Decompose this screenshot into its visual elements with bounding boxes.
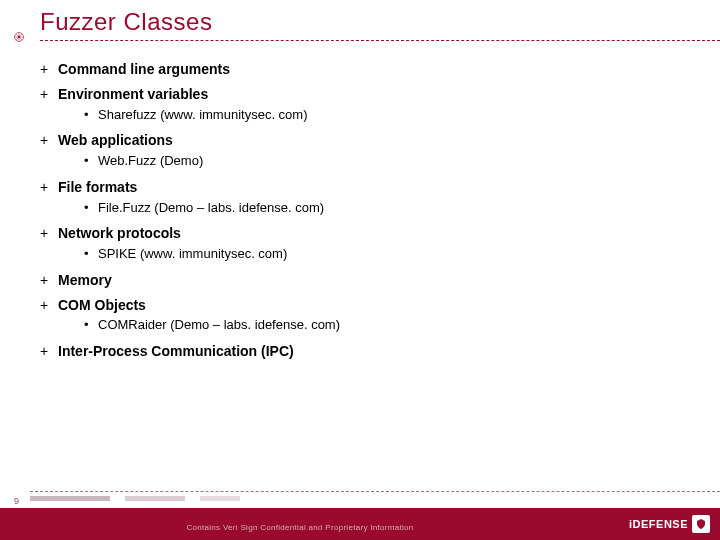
- slide: Fuzzer Classes +Command line arguments +…: [0, 0, 720, 540]
- list-item: +COM Objects •COMRaider (Demo – labs. id…: [40, 296, 700, 334]
- sub-label: File.Fuzz (Demo – labs. idefense. com): [98, 200, 324, 215]
- bullet-icon: •: [84, 199, 98, 217]
- sub-item: •Sharefuzz (www. immunitysec. com): [84, 106, 700, 124]
- item-label: File formats: [58, 179, 137, 195]
- item-label: Memory: [58, 272, 112, 288]
- content-list: +Command line arguments +Environment var…: [40, 60, 700, 367]
- footer-bar: Contains Veri Sign Confidential and Prop…: [0, 508, 720, 540]
- sub-label: COMRaider (Demo – labs. idefense. com): [98, 317, 340, 332]
- sub-label: SPIKE (www. immunitysec. com): [98, 246, 287, 261]
- list-item: +Command line arguments: [40, 60, 700, 79]
- sub-item: •Web.Fuzz (Demo): [84, 152, 700, 170]
- item-label: Environment variables: [58, 86, 208, 102]
- list-item: +File formats •File.Fuzz (Demo – labs. i…: [40, 178, 700, 216]
- list-item: +Environment variables •Sharefuzz (www. …: [40, 85, 700, 123]
- plus-icon: +: [40, 296, 58, 315]
- item-label: Web applications: [58, 132, 173, 148]
- list-item: +Memory: [40, 271, 700, 290]
- plus-icon: +: [40, 224, 58, 243]
- logo-text: iDEFENSE: [629, 518, 688, 530]
- list-item: +Web applications •Web.Fuzz (Demo): [40, 131, 700, 169]
- bullet-icon: •: [84, 316, 98, 334]
- footer-text: Contains Veri Sign Confidential and Prop…: [0, 523, 600, 532]
- list-item: +Inter-Process Communication (IPC): [40, 342, 700, 361]
- sub-label: Sharefuzz (www. immunitysec. com): [98, 107, 308, 122]
- bullet-icon: •: [84, 245, 98, 263]
- slide-title: Fuzzer Classes: [40, 8, 212, 36]
- sub-label: Web.Fuzz (Demo): [98, 153, 203, 168]
- bullet-icon: •: [84, 152, 98, 170]
- sub-item: •COMRaider (Demo – labs. idefense. com): [84, 316, 700, 334]
- plus-icon: +: [40, 131, 58, 150]
- plus-icon: +: [40, 60, 58, 79]
- idefense-logo: iDEFENSE: [610, 511, 710, 537]
- bullet-icon: •: [84, 106, 98, 124]
- title-divider: [40, 40, 720, 41]
- item-label: Network protocols: [58, 225, 181, 241]
- star-bullet-icon: [14, 32, 24, 42]
- sub-item: •File.Fuzz (Demo – labs. idefense. com): [84, 199, 700, 217]
- plus-icon: +: [40, 271, 58, 290]
- plus-icon: +: [40, 178, 58, 197]
- shield-icon: [692, 515, 710, 533]
- item-label: COM Objects: [58, 297, 146, 313]
- item-label: Inter-Process Communication (IPC): [58, 343, 294, 359]
- plus-icon: +: [40, 85, 58, 104]
- list-item: +Network protocols •SPIKE (www. immunity…: [40, 224, 700, 262]
- plus-icon: +: [40, 342, 58, 361]
- item-label: Command line arguments: [58, 61, 230, 77]
- sub-item: •SPIKE (www. immunitysec. com): [84, 245, 700, 263]
- footer-decoration: [0, 491, 720, 505]
